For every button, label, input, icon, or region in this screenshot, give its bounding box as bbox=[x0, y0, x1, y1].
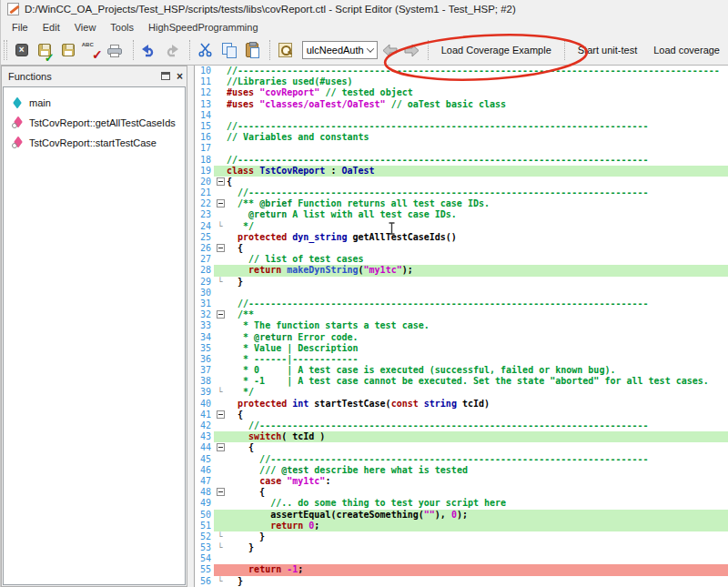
fold-marker[interactable]: └ bbox=[214, 387, 227, 398]
code-line[interactable]: 44 { bbox=[195, 442, 728, 453]
fold-marker[interactable] bbox=[214, 309, 227, 320]
code-line[interactable]: 35 * Value | Description bbox=[195, 343, 728, 354]
undo-button[interactable] bbox=[138, 38, 159, 62]
menu-item-highspeedprogramming[interactable]: HighSpeedProgramming bbox=[141, 20, 265, 35]
fold-marker[interactable] bbox=[214, 177, 227, 187]
fold-marker[interactable] bbox=[214, 198, 227, 209]
code-line[interactable]: 40 protected int startTestCase(const str… bbox=[195, 399, 728, 410]
syntax-check-icon: ABC✓ bbox=[82, 42, 102, 58]
print-button[interactable] bbox=[105, 38, 126, 62]
code-line[interactable]: 51 return 0; bbox=[195, 521, 728, 531]
code-line[interactable]: 33 * The function starts a test case. bbox=[195, 320, 728, 331]
fold-marker[interactable]: └ bbox=[214, 542, 227, 553]
code-line[interactable]: 56└ } bbox=[195, 576, 728, 587]
code-line[interactable]: 16// Variables and constants bbox=[195, 132, 728, 143]
menu-item-edit[interactable]: Edit bbox=[35, 20, 67, 35]
code-editor[interactable]: 10//------------------------------------… bbox=[194, 66, 728, 587]
code-line[interactable]: 43 switch( tcId ) bbox=[195, 431, 728, 442]
code-line[interactable]: 39└ */ bbox=[195, 387, 728, 398]
code-line[interactable]: 48 { bbox=[195, 487, 728, 498]
fold-marker[interactable] bbox=[214, 487, 227, 498]
save-button[interactable] bbox=[58, 38, 79, 62]
code-line[interactable]: 24└ */ bbox=[195, 221, 728, 232]
copy-button[interactable] bbox=[218, 38, 239, 62]
code-text: /** bbox=[227, 309, 728, 320]
code-line[interactable]: 38 * -1 | A test case cannot be executed… bbox=[195, 376, 728, 387]
search-combobox[interactable]: ulcNeedAuth bbox=[302, 41, 378, 59]
code-line[interactable]: 49 //.. do some thing to test your scrip… bbox=[195, 498, 728, 509]
fold-gutter bbox=[214, 288, 227, 299]
float-panel-icon[interactable] bbox=[161, 72, 170, 80]
panel-splitter[interactable] bbox=[187, 66, 194, 587]
code-line[interactable]: 23 @return A list with all test case IDs… bbox=[195, 209, 728, 220]
code-line[interactable]: 45 //-----------------------------------… bbox=[195, 454, 728, 465]
code-line[interactable]: 21 //-----------------------------------… bbox=[195, 187, 728, 198]
code-line[interactable]: 19class TstCovReport : OaTest bbox=[195, 166, 728, 177]
code-line[interactable]: 47 case "my1tc": bbox=[195, 476, 728, 487]
cut-button[interactable] bbox=[195, 38, 216, 62]
code-line[interactable]: 32 /** bbox=[195, 309, 728, 320]
fold-marker[interactable]: └ bbox=[214, 277, 227, 288]
fold-marker[interactable] bbox=[214, 243, 227, 254]
code-line[interactable]: 14 bbox=[195, 110, 728, 121]
code-line[interactable]: 55 return -1; bbox=[195, 564, 728, 575]
code-line[interactable]: 10//------------------------------------… bbox=[195, 66, 728, 76]
fold-marker[interactable]: └ bbox=[214, 576, 227, 587]
toolbar-separator bbox=[269, 40, 270, 60]
code-text: //--------------------------------------… bbox=[227, 299, 728, 309]
code-line[interactable]: 46 /// @test describe here what is teste… bbox=[195, 465, 728, 476]
paste-button[interactable] bbox=[241, 38, 262, 62]
function-list-item[interactable]: TstCovReport::getAllTestCaseIds bbox=[4, 113, 185, 133]
fold-marker[interactable] bbox=[214, 442, 227, 453]
code-line[interactable]: 37 * 0 | A test case is executed (succes… bbox=[195, 365, 728, 376]
code-line[interactable]: 12#uses "covReport" // tested object bbox=[195, 87, 728, 98]
function-list-item[interactable]: TstCovReport::startTestCase bbox=[4, 133, 185, 153]
code-line[interactable]: 54 bbox=[195, 553, 728, 564]
menu-item-tools[interactable]: Tools bbox=[103, 20, 141, 35]
code-line[interactable]: 11//Libraries used(#uses) bbox=[195, 76, 728, 87]
code-line[interactable]: 18//------------------------------------… bbox=[195, 155, 728, 166]
navigate-forward-button[interactable] bbox=[402, 39, 421, 61]
code-line[interactable]: 15//------------------------------------… bbox=[195, 121, 728, 132]
load-coverage-example-button[interactable]: Load Coverage Example bbox=[433, 40, 560, 60]
code-line[interactable]: 36 * ------|------------ bbox=[195, 354, 728, 365]
menu-item-view[interactable]: View bbox=[67, 20, 104, 35]
fold-marker[interactable]: └ bbox=[214, 221, 227, 232]
code-text: { bbox=[227, 410, 728, 420]
code-line[interactable]: 31 //-----------------------------------… bbox=[195, 299, 728, 309]
save-and-check-button[interactable]: ✓ bbox=[35, 38, 56, 62]
syntax-check-button[interactable]: ABC✓ bbox=[81, 38, 102, 62]
code-line[interactable]: 28 return makeDynString("my1tc"); bbox=[195, 265, 728, 276]
exit-editor-button[interactable]: × bbox=[11, 38, 32, 62]
code-text bbox=[227, 288, 728, 299]
code-line[interactable]: 41 { bbox=[195, 410, 728, 420]
close-panel-icon[interactable]: × bbox=[177, 72, 183, 81]
code-line[interactable]: 20{ bbox=[195, 177, 728, 187]
fold-marker[interactable]: └ bbox=[214, 531, 227, 542]
code-line[interactable]: 17 bbox=[195, 143, 728, 154]
fold-marker[interactable] bbox=[214, 410, 227, 420]
code-text: //--------------------------------------… bbox=[227, 454, 728, 465]
function-list-item[interactable]: main bbox=[4, 93, 185, 113]
start-unit-test-button[interactable]: Start unit-test bbox=[570, 40, 645, 60]
code-line[interactable]: 13#uses "classes/oaTest/OaTest" // oaTes… bbox=[195, 99, 728, 110]
chevron-down-icon[interactable] bbox=[364, 42, 377, 58]
menu-item-file[interactable]: File bbox=[5, 20, 35, 35]
code-line[interactable]: 52└ } bbox=[195, 531, 728, 542]
code-line[interactable]: 29└ } bbox=[195, 277, 728, 288]
code-line[interactable]: 25 protected dyn_string getAllTestCaseId… bbox=[195, 232, 728, 243]
code-line[interactable]: 42 //-----------------------------------… bbox=[195, 420, 728, 431]
code-line[interactable]: 34 * @return Error code. bbox=[195, 332, 728, 343]
code-line[interactable]: 50 assertEqual(createSomething(""), 0); bbox=[195, 510, 728, 521]
load-coverage-button[interactable]: Load coverage bbox=[645, 40, 728, 60]
code-line[interactable]: 27 // list of test cases bbox=[195, 254, 728, 265]
code-line[interactable]: 22 /** @brief Function returns all test … bbox=[195, 198, 728, 209]
redo-button[interactable] bbox=[161, 38, 182, 62]
toolbar-grip[interactable] bbox=[4, 40, 7, 60]
code-line[interactable]: 26 { bbox=[195, 243, 728, 254]
navigate-back-button[interactable] bbox=[381, 39, 400, 61]
functions-panel-header[interactable]: Functions × bbox=[2, 66, 187, 86]
code-line[interactable]: 53└ } bbox=[195, 542, 728, 553]
find-button[interactable] bbox=[275, 38, 296, 62]
code-line[interactable]: 30 bbox=[195, 288, 728, 299]
